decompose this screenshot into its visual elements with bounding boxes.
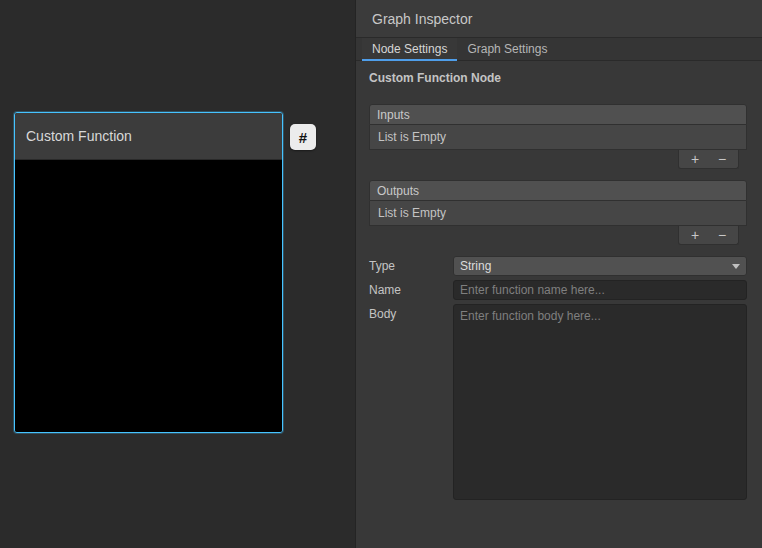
inputs-remove-button[interactable]: − [711, 151, 733, 168]
graph-canvas[interactable]: Custom Function # [0, 0, 355, 548]
outputs-remove-button[interactable]: − [711, 227, 733, 244]
tab-node-settings[interactable]: Node Settings [362, 38, 457, 60]
outputs-list-footer-wrap: + − [369, 226, 747, 245]
inputs-list-header: Inputs [369, 104, 747, 125]
outputs-empty-row: List is Empty [369, 201, 747, 226]
graph-inspector-panel: Graph Inspector Node Settings Graph Sett… [355, 0, 762, 548]
outputs-list-title: Outputs [377, 184, 419, 198]
inputs-add-button[interactable]: + [684, 151, 706, 168]
chevron-down-icon [732, 264, 740, 269]
inputs-list: Inputs List is Empty + − [369, 104, 747, 169]
outputs-empty-label: List is Empty [378, 206, 446, 220]
function-name-input[interactable] [453, 280, 747, 300]
name-field-row: Name [369, 280, 747, 300]
inputs-list-title: Inputs [377, 108, 410, 122]
type-dropdown-value: String [460, 259, 491, 273]
inspector-content: Custom Function Node Inputs List is Empt… [356, 61, 762, 504]
type-dropdown[interactable]: String [453, 256, 747, 276]
outputs-list: Outputs List is Empty + − [369, 180, 747, 245]
body-field-row: Body [369, 304, 747, 504]
inspector-title: Graph Inspector [372, 11, 472, 27]
inspector-header: Graph Inspector [356, 0, 762, 38]
outputs-list-footer: + − [678, 226, 739, 245]
hash-badge-icon[interactable]: # [290, 124, 316, 150]
inputs-empty-label: List is Empty [378, 130, 446, 144]
inspector-tab-bar: Node Settings Graph Settings [356, 38, 762, 61]
node-header[interactable]: Custom Function [15, 113, 282, 160]
type-field-row: Type String [369, 256, 747, 276]
tab-graph-settings[interactable]: Graph Settings [457, 38, 557, 60]
node-title: Custom Function [26, 128, 132, 144]
custom-function-node[interactable]: Custom Function [14, 112, 283, 433]
inputs-list-footer: + − [678, 150, 739, 169]
outputs-list-header: Outputs [369, 180, 747, 201]
inputs-empty-row: List is Empty [369, 125, 747, 150]
section-title: Custom Function Node [369, 71, 747, 85]
inputs-list-footer-wrap: + − [369, 150, 747, 169]
body-label: Body [369, 304, 453, 321]
outputs-add-button[interactable]: + [684, 227, 706, 244]
function-body-textarea[interactable] [453, 304, 747, 500]
name-label: Name [369, 280, 453, 297]
node-body-preview [15, 160, 282, 432]
type-label: Type [369, 256, 453, 273]
